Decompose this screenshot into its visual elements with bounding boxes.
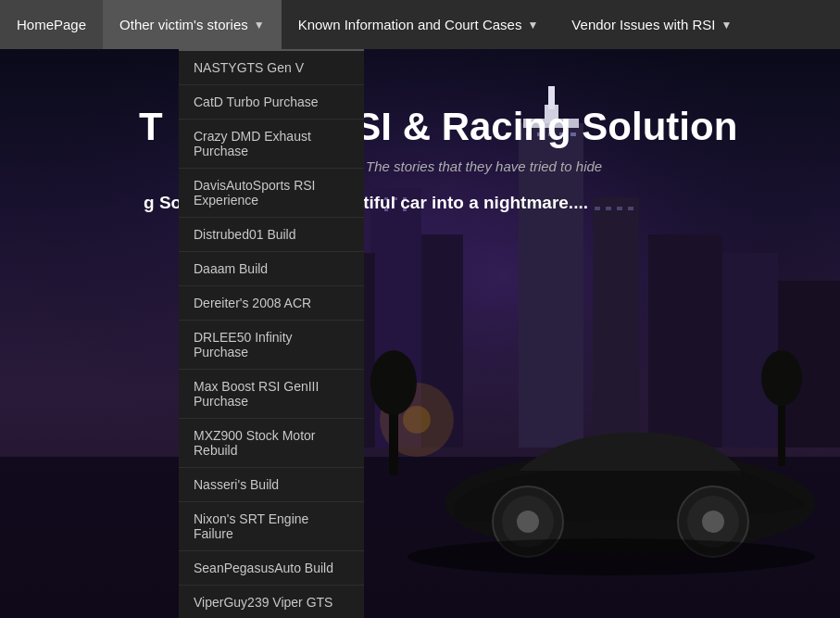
hero-subtitle: The stories that they have tried to hide (366, 158, 602, 174)
svg-point-30 (403, 406, 431, 434)
dropdown-item-nasseri[interactable]: Nasseri's Build (179, 468, 364, 502)
dropdown-item-nixon[interactable]: Nixon's SRT Engine Failure (179, 502, 364, 551)
dropdown-item-daaam[interactable]: Daaam Build (179, 252, 364, 286)
svg-point-37 (702, 511, 724, 533)
dropdown-item-crazy-dmd[interactable]: Crazy DMD Exhaust Purchase (179, 120, 364, 169)
svg-rect-41 (778, 401, 785, 466)
nav-home-label: HomePage (17, 17, 86, 32)
svg-point-38 (407, 538, 815, 575)
svg-rect-15 (628, 207, 633, 210)
svg-point-42 (761, 350, 802, 406)
dropdown-item-distrubed01[interactable]: Distrubed01 Build (179, 218, 364, 252)
svg-rect-16 (648, 234, 722, 448)
dropdown-item-mxz900[interactable]: MXZ900 Stock Motor Rebuild (179, 419, 364, 468)
nav-other-victims-label: Other victim's stories (119, 17, 248, 32)
svg-point-34 (517, 511, 539, 533)
chevron-down-icon-2: ▼ (527, 19, 538, 32)
svg-rect-17 (722, 253, 778, 448)
nav-known-info-label: Known Information and Court Cases (298, 17, 522, 32)
svg-point-40 (370, 350, 417, 415)
dropdown-item-catd[interactable]: CatD Turbo Purchase (179, 85, 364, 120)
dropdown-item-drlee50[interactable]: DRLEE50 Infinity Purchase (179, 321, 364, 370)
nav-vendor-issues[interactable]: Vendor Issues with RSI ▼ (555, 0, 748, 49)
svg-rect-13 (606, 207, 611, 210)
dropdown-item-max-boost[interactable]: Max Boost RSI GenIII Purchase (179, 370, 364, 419)
svg-rect-14 (617, 207, 622, 210)
svg-rect-12 (595, 207, 600, 210)
chevron-down-icon-3: ▼ (721, 19, 732, 32)
dropdown-item-nastygts[interactable]: NASTYGTS Gen V (179, 51, 364, 85)
dropdown-item-dereiter[interactable]: Dereiter's 2008 ACR (179, 286, 364, 321)
dropdown-item-davis[interactable]: DavisAutoSports RSI Experience (179, 169, 364, 218)
nav-other-victims[interactable]: Other victim's stories ▼ (103, 0, 282, 49)
svg-rect-11 (593, 197, 639, 448)
navbar: HomePage Other victim's stories ▼ Known … (0, 0, 840, 49)
nav-known-info[interactable]: Known Information and Court Cases ▼ (282, 0, 556, 49)
dropdown-item-viperguy239[interactable]: ViperGuy239 Viper GTS (179, 586, 364, 618)
hero-section: T ut RSI & Racing Solution The stories t… (0, 49, 840, 618)
other-victims-dropdown: NASTYGTS Gen V CatD Turbo Purchase Crazy… (179, 49, 364, 618)
nav-vendor-issues-label: Vendor Issues with RSI (571, 17, 715, 32)
hero-title-text: T (139, 105, 163, 148)
dropdown-item-seanpegasus[interactable]: SeanPegasusAuto Build (179, 551, 364, 586)
nav-home[interactable]: HomePage (0, 0, 103, 49)
chevron-down-icon: ▼ (254, 19, 265, 32)
